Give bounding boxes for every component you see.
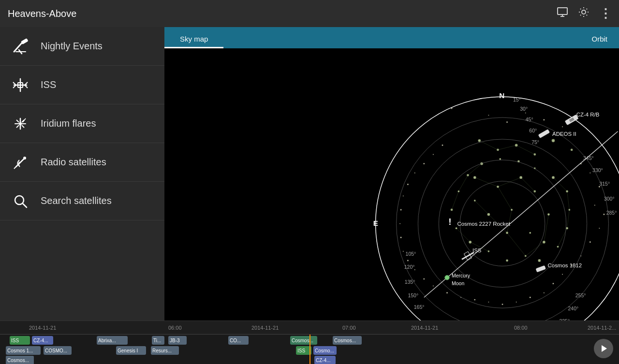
svg-point-138 [571,149,573,151]
skymap-canvas[interactable]: 15° 30° 45° 60° 75° 105° 120° 135° 150° … [164,48,619,320]
track-cosmos-1[interactable]: Cosmos... [290,336,317,345]
tab-orbit[interactable]: Orbit [576,31,619,48]
svg-rect-36 [175,48,609,320]
svg-point-32 [23,157,26,160]
svg-line-35 [23,204,27,207]
svg-point-166 [557,246,559,248]
track-resurs[interactable]: Resurs... [151,346,179,355]
timeline-play-button[interactable] [594,339,613,358]
svg-point-53 [604,214,605,215]
track-cosmos1-row2[interactable]: Cosmos 1... [6,346,41,355]
radio-satellites-label: Radio satellites [41,157,106,168]
svg-point-153 [469,241,472,244]
iridium-icon [12,115,29,132]
display-icon[interactable] [557,6,568,21]
svg-point-55 [590,241,591,243]
svg-point-76 [403,195,404,196]
svg-point-52 [594,204,595,205]
track-cz4-1[interactable]: CZ-4... [32,336,53,345]
svg-text:120°: 120° [404,264,415,270]
timeline-date-4: 2014-11-2... [588,325,616,331]
svg-point-50 [590,173,590,174]
svg-rect-0 [558,8,567,15]
track-jb3[interactable]: JB-3 [168,336,187,345]
track-genesis[interactable]: Genesis I [116,346,146,355]
iss-label: ISS [41,79,56,90]
track-iss-1[interactable]: ISS [10,336,30,345]
svg-text:Mercury: Mercury [452,273,471,278]
svg-point-136 [533,153,536,156]
svg-point-150 [525,255,527,257]
header: Heavens-Above ⋮ [0,0,619,27]
svg-point-155 [451,209,453,211]
svg-text:285°: 285° [606,210,617,216]
svg-point-145 [474,200,476,202]
svg-line-27 [16,125,19,128]
svg-text:CZ-4 R/B: CZ-4 R/B [576,112,600,117]
svg-point-154 [456,227,457,229]
track-cosmo-row2[interactable]: Cosmo... [313,346,337,355]
timeline-time-3: 08:00 [514,325,528,331]
sidebar-item-search[interactable]: Search satellites [0,182,164,220]
svg-point-167 [538,259,541,262]
svg-point-134 [497,149,499,151]
track-cosmos-row3b[interactable]: Cosmos... [6,356,34,364]
svg-point-164 [568,209,570,211]
sidebar-item-iridium[interactable]: Iridium flares [0,104,164,143]
svg-line-8 [580,9,581,9]
sidebar-item-iss[interactable]: ISS [0,66,164,104]
brightness-icon[interactable] [578,6,590,21]
svg-point-74 [399,223,400,224]
svg-point-163 [566,190,568,192]
svg-line-11 [587,9,587,9]
svg-point-73 [400,237,402,238]
svg-point-60 [544,292,545,293]
track-cz4-row3[interactable]: CZ-4... [314,356,336,364]
svg-point-3 [582,10,586,14]
track-cosmo[interactable]: COSMO... [44,346,72,355]
svg-point-151 [506,260,508,262]
svg-point-67 [446,292,448,293]
svg-text:330°: 330° [592,168,603,173]
search-icon [12,192,29,210]
svg-point-139 [473,176,476,179]
svg-point-54 [599,228,600,229]
svg-text:315°: 315° [599,181,610,187]
svg-point-61 [530,297,531,298]
timeline-date-2: 2014-11-21 [251,325,279,331]
svg-point-59 [553,283,554,284]
sidebar-item-radio[interactable]: Radio satellites [0,143,164,182]
svg-point-68 [433,285,434,286]
svg-marker-213 [602,345,607,352]
sidebar: Nightly Events ISS [0,27,164,320]
svg-point-137 [552,139,555,143]
svg-point-159 [499,158,501,160]
sidebar-item-nightly-events[interactable]: Nightly Events [0,27,164,66]
svg-text:165°: 165° [414,305,425,310]
main-content: Nightly Events ISS [0,27,619,320]
svg-text:!: ! [448,217,451,227]
tab-skymap[interactable]: Sky map [164,31,223,48]
svg-text:15°: 15° [513,97,521,102]
more-options-icon[interactable]: ⋮ [599,6,611,21]
svg-point-42 [562,126,563,127]
track-ti[interactable]: Ti... [152,336,164,345]
svg-text:135°: 135° [405,279,415,285]
svg-point-62 [516,302,517,303]
svg-point-152 [487,250,489,252]
svg-line-28 [22,125,24,128]
svg-point-39 [506,121,508,123]
telescope-icon [12,38,29,55]
track-abrixa[interactable]: Abrixa... [97,336,128,345]
svg-point-133 [478,139,481,142]
timeline-date-3: 2014-11-21 [411,325,438,331]
svg-text:105°: 105° [406,251,416,257]
track-cosmos-2[interactable]: Cosmos... [333,336,362,345]
app-title: Heavens-Above [8,8,76,19]
timeline: 2014-11-21 06:00 2014-11-21 07:00 2014-1… [0,320,619,364]
track-co[interactable]: CO... [228,336,249,345]
svg-point-144 [487,213,490,216]
svg-point-71 [407,260,409,262]
svg-text:30°: 30° [520,106,528,112]
svg-point-81 [442,145,443,146]
